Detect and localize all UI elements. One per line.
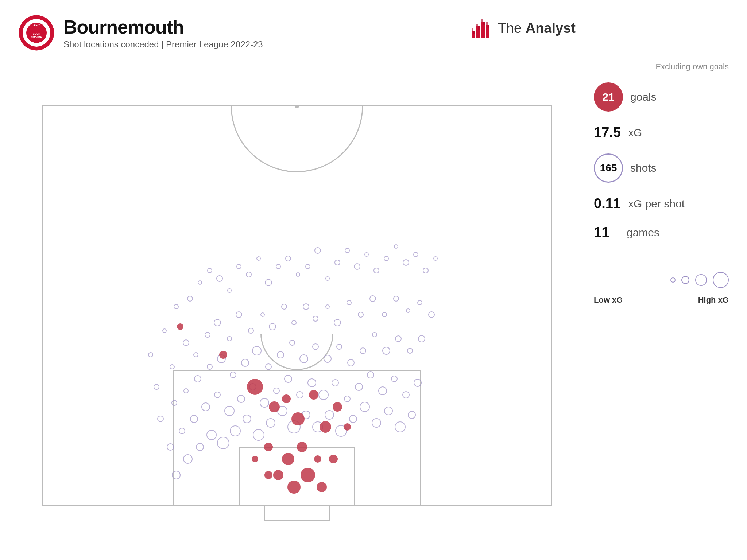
shot-dot [198,280,202,285]
shot-dot [314,455,321,463]
shot-dot [296,272,300,277]
shot-dot [394,244,398,249]
shot-dot [183,339,189,346]
shot-dot [307,378,316,387]
shot-dot [325,410,334,420]
shot-dot [282,453,294,465]
shot-dot [393,296,399,302]
shot-dot [332,379,339,386]
games-label: games [627,226,659,239]
shot-dot [183,454,193,464]
shot-dot [276,264,281,269]
shot-dot [428,311,435,318]
shot-dot [344,396,351,402]
shot-dot [157,416,164,422]
shots-value: 165 [600,162,617,174]
shot-dot [360,402,370,412]
svg-point-22 [231,106,363,172]
shot-dot [214,392,221,398]
shot-dot [230,372,236,378]
stat-row-xg-per-shot: 0.11 xG per shot [594,196,729,211]
divider [594,261,729,261]
shots-label: shots [630,162,657,174]
excluding-label: Excluding own goals [594,62,729,71]
shot-dot [312,343,319,350]
legend-dot-large [713,272,729,288]
shot-dot [402,391,410,398]
shot-dot [287,481,301,494]
center-circle [228,106,366,183]
shot-dot [305,264,310,269]
goals-label: goals [630,91,657,103]
shot-dot [177,323,183,330]
shot-dot [418,335,425,342]
shot-dot [273,388,280,394]
shot-dot [196,443,204,451]
shot-dot [282,394,291,403]
shot-dot [382,347,390,355]
shot-dot [317,482,327,492]
shot-dot [201,402,210,411]
right-panel: Excluding own goals 21 goals 17.5 xG 165… [576,15,729,545]
shot-dot [183,388,189,393]
analyst-logo: The Analyst [471,18,576,38]
shot-dot [367,371,374,378]
shot-dot [170,364,175,369]
shot-dot [391,376,398,382]
xg-label: xG [628,127,642,139]
shot-dot [414,379,422,387]
analyst-logo-text: The Analyst [498,20,576,36]
subtitle: Shot locations conceded | Premier League… [63,39,263,50]
shot-dot [334,260,340,265]
legend-low-xg: Low xG [594,295,623,305]
shot-dot [179,428,185,434]
shot-dot [285,256,291,261]
shot-dot [364,252,369,257]
shot-dot [372,418,381,428]
shot-dot [237,395,245,403]
legend-labels: Low xG High xG [594,295,729,305]
shot-dot [284,375,292,383]
shot-dot [252,456,258,462]
shot-dot [347,300,352,305]
shot-dot [154,384,159,390]
shot-dot [378,386,387,395]
svg-text:NMOUTH: NMOUTH [31,36,42,39]
shot-dot [334,319,341,326]
shot-dot [205,332,210,338]
shot-dot [174,304,179,309]
analyst-the: The [498,20,522,36]
shot-dot [219,351,227,359]
shot-dot [382,312,387,317]
svg-rect-18 [473,31,475,34]
shot-dot [314,247,321,254]
legend-dot-medium-small [681,276,689,284]
shot-dot [269,401,280,412]
shot-dot [406,308,410,313]
shot-dot [247,379,263,395]
shot-dot [265,279,272,286]
shot-dot [269,323,276,330]
shot-dot [369,295,376,302]
shot-dot [224,406,235,416]
goals-circle: 21 [594,82,623,112]
shot-dot [277,351,284,358]
shot-dot [291,412,305,425]
shot-dot [217,437,229,449]
shot-dot [354,263,360,270]
shot-dot [194,375,201,382]
legend-dot-small [670,277,676,283]
shot-dot [344,423,351,431]
shot-dot [299,354,308,363]
shot-dot [190,415,198,423]
shot-dot [281,304,287,310]
shot-dot [260,312,265,317]
shot-dot [318,390,329,400]
xg-per-shot-value: 0.11 [594,196,621,211]
shot-dot [167,443,174,451]
shot-dot [252,346,262,355]
shot-dot [408,411,416,419]
svg-point-23 [295,106,299,108]
shot-dot [301,468,315,482]
stat-row-shots: 165 shots [594,153,729,183]
